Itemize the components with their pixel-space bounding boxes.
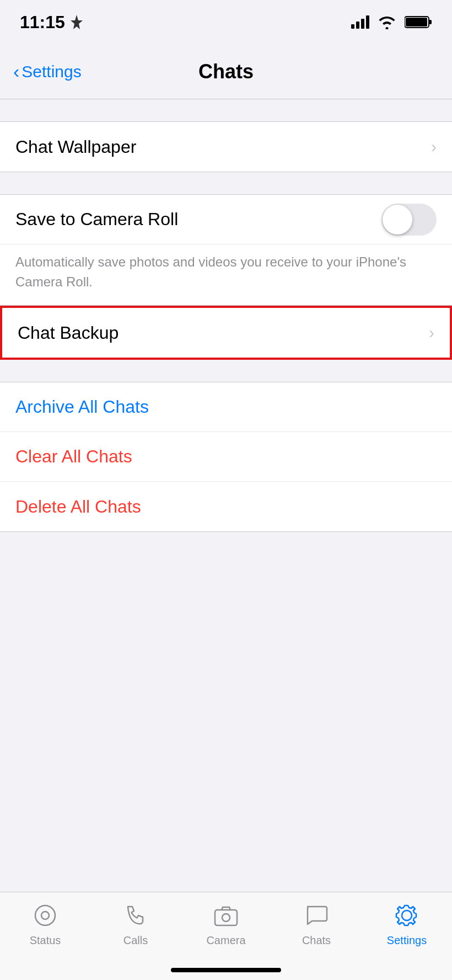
svg-rect-1 [429, 20, 432, 24]
page-title: Chats [198, 60, 254, 83]
archive-all-chats-label: Archive All Chats [15, 397, 149, 417]
spacer-1 [0, 99, 452, 121]
calls-tab-label: Calls [123, 934, 148, 947]
nav-bar: ‹ Settings Chats [0, 44, 452, 99]
status-tab-label: Status [30, 934, 61, 947]
calls-tab-icon [120, 900, 151, 931]
tab-camera[interactable]: Camera [181, 900, 271, 947]
chevron-right-icon: › [431, 137, 437, 156]
chat-backup-item[interactable]: Chat Backup › [2, 308, 450, 358]
clear-all-chats-item[interactable]: Clear All Chats [0, 432, 452, 482]
chat-backup-chevron-icon: › [429, 323, 434, 342]
settings-tab-icon [391, 900, 422, 931]
chat-wallpaper-label: Chat Wallpaper [15, 137, 136, 157]
location-icon [71, 15, 83, 29]
chat-backup-section: Chat Backup › [0, 306, 452, 360]
camera-roll-toggle[interactable] [381, 204, 437, 236]
tab-chats[interactable]: Chats [271, 900, 362, 947]
back-chevron-icon: ‹ [13, 62, 19, 81]
camera-roll-item: Save to Camera Roll [0, 195, 452, 244]
back-label: Settings [21, 62, 81, 81]
wifi-icon [377, 15, 397, 29]
spacer-2 [0, 172, 452, 194]
svg-point-6 [222, 914, 230, 922]
status-icons [351, 15, 432, 29]
camera-roll-section: Save to Camera Roll Automatically save p… [0, 194, 452, 306]
camera-tab-icon [211, 900, 241, 931]
tab-settings[interactable]: Settings [362, 900, 452, 947]
toggle-knob [383, 205, 412, 235]
camera-roll-label: Save to Camera Roll [15, 209, 178, 230]
tab-status[interactable]: Status [0, 900, 90, 947]
camera-roll-description: Automatically save photos and videos you… [0, 244, 452, 305]
status-time: 11:15 [20, 12, 83, 33]
home-indicator [171, 968, 281, 972]
time-label: 11:15 [20, 12, 65, 33]
svg-point-4 [41, 912, 49, 919]
delete-all-chats-item[interactable]: Delete All Chats [0, 482, 452, 531]
spacer-3 [0, 360, 452, 382]
action-section: Archive All Chats Clear All Chats Delete… [0, 382, 452, 532]
battery-icon [405, 15, 432, 29]
chat-wallpaper-section: Chat Wallpaper › [0, 121, 452, 172]
archive-all-chats-item[interactable]: Archive All Chats [0, 382, 452, 432]
camera-tab-label: Camera [206, 934, 245, 947]
status-tab-icon [30, 900, 61, 931]
chat-backup-label: Chat Backup [18, 323, 119, 343]
svg-rect-5 [215, 910, 237, 925]
chats-tab-icon [301, 900, 332, 931]
chat-wallpaper-item[interactable]: Chat Wallpaper › [0, 122, 452, 172]
signal-icon [351, 15, 369, 29]
clear-all-chats-label: Clear All Chats [15, 446, 132, 467]
chats-tab-label: Chats [302, 934, 331, 947]
back-button[interactable]: ‹ Settings [13, 62, 82, 81]
tab-bar: Status Calls Camera Chats [0, 892, 452, 980]
svg-rect-2 [406, 18, 427, 26]
tab-calls[interactable]: Calls [90, 900, 181, 947]
svg-point-3 [35, 906, 55, 925]
status-bar: 11:15 [0, 0, 452, 44]
delete-all-chats-label: Delete All Chats [15, 497, 141, 517]
settings-tab-label: Settings [387, 934, 427, 947]
